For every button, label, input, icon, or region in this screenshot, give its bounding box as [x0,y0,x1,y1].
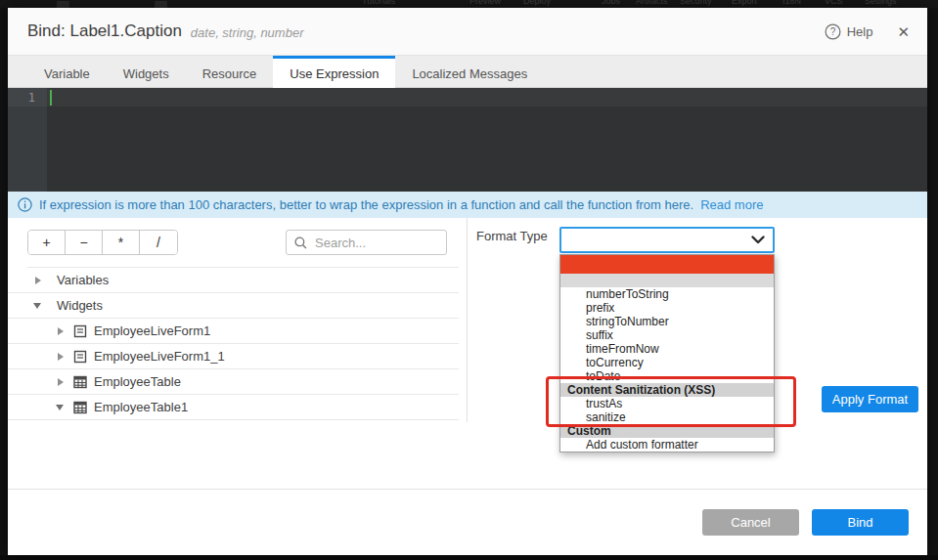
caret-right-icon[interactable] [58,353,64,361]
search-box [286,230,447,255]
background-menu-item: VCS [825,0,843,6]
tab-use-expression[interactable]: Use Expression [273,56,395,88]
dropdown-option-todate[interactable]: toDate [560,369,774,383]
format-type-label: Format Type [476,229,548,243]
dropdown-option-add-custom-formatter[interactable]: Add custom formatter [560,438,774,452]
search-icon [294,237,307,249]
help-icon: ? [825,23,841,40]
dropdown-option-tocurrency[interactable]: toCurrency [560,356,774,369]
help-button[interactable]: ? Help [825,23,873,40]
caret-right-icon[interactable] [58,327,64,335]
info-bar: If expression is more than 100 character… [8,192,927,218]
background-menu-item: Tutorials [362,0,395,6]
divide-operator-button[interactable]: / [140,231,177,254]
screen: Tutorials Preview Deploy Jobs Artifacts … [0,0,938,560]
tree-item-employeetable[interactable]: EmployeeTable [8,369,459,395]
multiply-operator-button[interactable]: * [103,231,140,254]
background-menu-item: Export [732,0,757,6]
dropdown-option-prefix[interactable]: prefix [560,301,774,315]
form-widget-icon [73,324,87,338]
background-icon [57,1,69,8]
dropdown-option-trustas[interactable]: trustAs [560,397,774,410]
bind-dialog: Bind: Label1.Caption date, string, numbe… [8,8,927,555]
panel-divider [467,218,468,422]
operator-button-group: + − * / [27,230,178,255]
dropdown-option-sanitize[interactable]: sanitize [560,410,774,424]
dialog-title: Bind: Label1.Caption [27,22,182,41]
tree-item-employeeliveform1[interactable]: EmployeeLiveForm1 [8,319,459,344]
caret-down-icon[interactable] [33,303,41,309]
format-type-dropdown: numberToString prefix stringToNumber suf… [559,254,775,452]
svg-text:?: ? [829,26,835,37]
tab-widgets[interactable]: Widgets [107,56,186,88]
dropdown-group-content-sanitization: Content Sanitization (XSS) [560,383,774,397]
bind-button[interactable]: Bind [812,509,909,536]
dropdown-option-empty-selected[interactable] [560,255,774,274]
tree-item-employeeliveform1-1[interactable]: EmployeeLiveForm1_1 [8,344,459,369]
background-menu-item: I18N [782,0,801,6]
apply-format-button[interactable]: Apply Format [822,386,918,412]
dialog-content: + − * / Variables Widgets [8,218,927,555]
dropdown-group-empty [560,274,774,287]
editor-code-area[interactable] [47,88,927,192]
background-icon [155,1,167,8]
table-widget-icon [73,375,87,389]
dropdown-option-suffix[interactable]: suffix [560,328,774,342]
dropdown-option-timefromnow[interactable]: timeFromNow [560,342,774,356]
tab-resource[interactable]: Resource [186,56,274,88]
format-type-select[interactable] [559,227,775,253]
footer-divider [8,489,927,490]
info-message: If expression is more than 100 character… [39,197,693,212]
dialog-subtitle: date, string, number [191,25,304,40]
editor-current-line-highlight [8,88,927,107]
background-app-strip-bottom [0,555,938,560]
dropdown-group-custom: Custom [560,424,774,438]
cancel-button[interactable]: Cancel [702,509,799,536]
tree-item-variables[interactable]: Variables [8,268,459,293]
dropdown-option-stringtonumber[interactable]: stringToNumber [560,315,774,328]
tab-variable[interactable]: Variable [27,56,107,88]
expression-editor[interactable]: 1 [8,88,927,192]
background-app-strip: Tutorials Preview Deploy Jobs Artifacts … [0,0,938,8]
close-icon[interactable]: ✕ [897,24,910,39]
editor-cursor [50,90,52,106]
dialog-header: Bind: Label1.Caption date, string, numbe… [8,8,927,56]
help-label: Help [847,24,873,39]
background-menu-item: Settings [865,0,897,6]
background-menu-item: Security [680,0,712,6]
background-menu-item: Artifacts [636,0,668,6]
caret-right-icon[interactable] [58,378,64,386]
caret-right-icon[interactable] [35,277,41,284]
background-menu-item: Jobs [602,0,620,6]
background-menu-item: Deploy [523,0,551,6]
search-input[interactable] [313,235,438,251]
table-widget-icon [73,401,87,414]
minus-operator-button[interactable]: − [66,231,103,254]
tab-bar: Variable Widgets Resource Use Expression… [8,56,927,88]
plus-operator-button[interactable]: + [28,231,66,254]
caret-down-icon[interactable] [56,405,64,410]
dropdown-option-numbertostring[interactable]: numberToString [560,287,774,301]
tree-item-employeetable1[interactable]: EmployeeTable1 [8,395,459,420]
info-icon [18,197,32,212]
background-menu-item: Preview [469,0,501,6]
tab-localized-messages[interactable]: Localized Messages [395,56,544,88]
form-widget-icon [73,350,87,364]
chevron-down-icon [751,236,765,244]
tree-item-widgets[interactable]: Widgets [8,293,459,319]
read-more-link[interactable]: Read more [700,197,763,212]
